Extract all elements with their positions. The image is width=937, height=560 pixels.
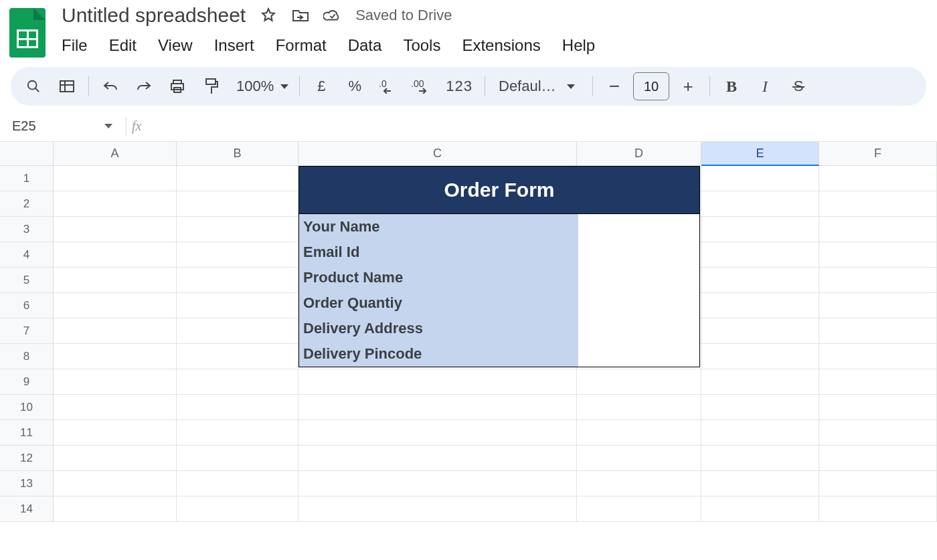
row-header-8[interactable]: 8 <box>0 344 54 369</box>
cell-A5[interactable] <box>54 268 177 293</box>
document-title[interactable]: Untitled spreadsheet <box>62 4 246 27</box>
cell-B2[interactable] <box>177 191 299 217</box>
cell-C11[interactable] <box>299 420 577 446</box>
cell-B6[interactable] <box>177 293 299 318</box>
row-header-13[interactable]: 13 <box>0 471 54 496</box>
cell-F7[interactable] <box>819 318 937 344</box>
cell-C9[interactable] <box>299 369 577 395</box>
number-format-button[interactable]: 123 <box>440 72 478 101</box>
menu-format[interactable]: Format <box>276 36 327 55</box>
cell-D11[interactable] <box>577 420 701 446</box>
name-box[interactable]: E25 <box>0 118 120 134</box>
cell-B4[interactable] <box>177 242 299 268</box>
cell-B1[interactable] <box>177 166 299 191</box>
cell-B5[interactable] <box>177 268 299 293</box>
bold-button[interactable]: B <box>717 72 746 101</box>
cell-A7[interactable] <box>54 318 177 344</box>
cell-A12[interactable] <box>54 446 177 471</box>
percent-format-button[interactable]: % <box>340 72 369 101</box>
cell-E11[interactable] <box>701 420 819 446</box>
menu-edit[interactable]: Edit <box>109 36 137 55</box>
column-header-E[interactable]: E <box>701 142 819 166</box>
strikethrough-button[interactable]: S <box>784 72 813 101</box>
cell-A8[interactable] <box>54 344 177 369</box>
move-to-folder-icon[interactable] <box>291 6 310 25</box>
row-header-3[interactable]: 3 <box>0 217 54 242</box>
cell-D13[interactable] <box>577 471 701 496</box>
decrease-decimal-button[interactable]: .0 <box>373 72 403 101</box>
row-header-12[interactable]: 12 <box>0 446 54 471</box>
zoom-dropdown[interactable]: 100% <box>230 72 292 101</box>
cell-E3[interactable] <box>701 217 819 242</box>
search-icon[interactable] <box>19 72 48 101</box>
currency-format-button[interactable]: £ <box>307 72 336 101</box>
column-header-F[interactable]: F <box>819 142 937 166</box>
column-header-D[interactable]: D <box>577 142 701 166</box>
order-form-value[interactable] <box>578 240 699 265</box>
menu-file[interactable]: File <box>62 36 88 55</box>
freeze-panes-icon[interactable] <box>52 72 82 101</box>
font-family-dropdown[interactable]: Defaul… <box>492 78 586 95</box>
order-form-value[interactable] <box>578 214 699 240</box>
cell-F8[interactable] <box>819 344 937 369</box>
order-form-value[interactable] <box>578 290 699 316</box>
cell-E10[interactable] <box>701 395 819 420</box>
cell-B11[interactable] <box>177 420 299 446</box>
order-form-value[interactable] <box>578 316 699 341</box>
cell-F5[interactable] <box>819 268 937 293</box>
cell-F14[interactable] <box>819 496 937 522</box>
menu-insert[interactable]: Insert <box>214 36 254 55</box>
cell-F10[interactable] <box>819 395 937 420</box>
cell-B12[interactable] <box>177 446 299 471</box>
font-size-input[interactable]: 10 <box>633 72 669 100</box>
menu-data[interactable]: Data <box>348 36 382 55</box>
cell-D14[interactable] <box>577 496 701 522</box>
cell-B7[interactable] <box>177 318 299 344</box>
cell-F11[interactable] <box>819 420 937 446</box>
cell-A10[interactable] <box>54 395 177 420</box>
cell-F4[interactable] <box>819 242 937 268</box>
redo-icon[interactable] <box>129 72 159 101</box>
cell-A4[interactable] <box>54 242 177 268</box>
cell-D9[interactable] <box>577 369 701 395</box>
select-all-corner[interactable] <box>0 142 54 166</box>
order-form-value[interactable] <box>578 341 699 367</box>
cell-E12[interactable] <box>701 446 819 471</box>
increase-decimal-button[interactable]: .00 <box>407 72 436 101</box>
menu-extensions[interactable]: Extensions <box>462 36 540 55</box>
column-header-A[interactable]: A <box>54 142 177 166</box>
cell-A14[interactable] <box>54 496 177 522</box>
cell-E4[interactable] <box>701 242 819 268</box>
row-header-14[interactable]: 14 <box>0 496 54 522</box>
row-header-5[interactable]: 5 <box>0 268 54 293</box>
cell-F9[interactable] <box>819 369 937 395</box>
cell-F12[interactable] <box>819 446 937 471</box>
cell-A11[interactable] <box>54 420 177 446</box>
cell-F6[interactable] <box>819 293 937 318</box>
cell-B9[interactable] <box>177 369 299 395</box>
print-icon[interactable] <box>163 72 192 101</box>
cell-C14[interactable] <box>299 496 577 522</box>
cell-A1[interactable] <box>54 166 177 191</box>
italic-button[interactable]: I <box>750 72 780 101</box>
cell-F3[interactable] <box>819 217 937 242</box>
cell-A3[interactable] <box>54 217 177 242</box>
row-header-6[interactable]: 6 <box>0 293 54 318</box>
row-header-1[interactable]: 1 <box>0 166 54 191</box>
spreadsheet-grid[interactable]: ABCDEF1234567891011121314Order FormYour … <box>0 142 937 522</box>
cell-D10[interactable] <box>577 395 701 420</box>
cell-D12[interactable] <box>577 446 701 471</box>
cell-F13[interactable] <box>819 471 937 496</box>
cell-E7[interactable] <box>701 318 819 344</box>
menu-view[interactable]: View <box>158 36 193 55</box>
column-header-C[interactable]: C <box>299 142 577 166</box>
cell-C13[interactable] <box>299 471 577 496</box>
cell-E6[interactable] <box>701 293 819 318</box>
cell-B14[interactable] <box>177 496 299 522</box>
cell-A13[interactable] <box>54 471 177 496</box>
cell-E2[interactable] <box>701 191 819 217</box>
menu-tools[interactable]: Tools <box>403 36 440 55</box>
row-header-4[interactable]: 4 <box>0 242 54 268</box>
cell-C10[interactable] <box>299 395 577 420</box>
undo-icon[interactable] <box>96 72 125 101</box>
